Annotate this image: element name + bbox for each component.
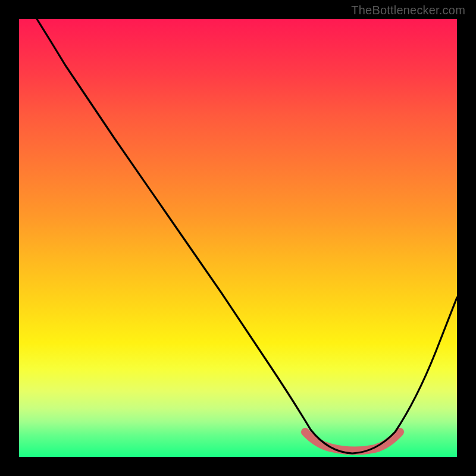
bottleneck-curve	[37, 19, 457, 453]
curve-layer	[19, 19, 457, 457]
chart-container: TheBottlenecker.com	[0, 0, 476, 476]
watermark-text: TheBottlenecker.com	[351, 4, 465, 17]
plot-area	[19, 19, 457, 457]
